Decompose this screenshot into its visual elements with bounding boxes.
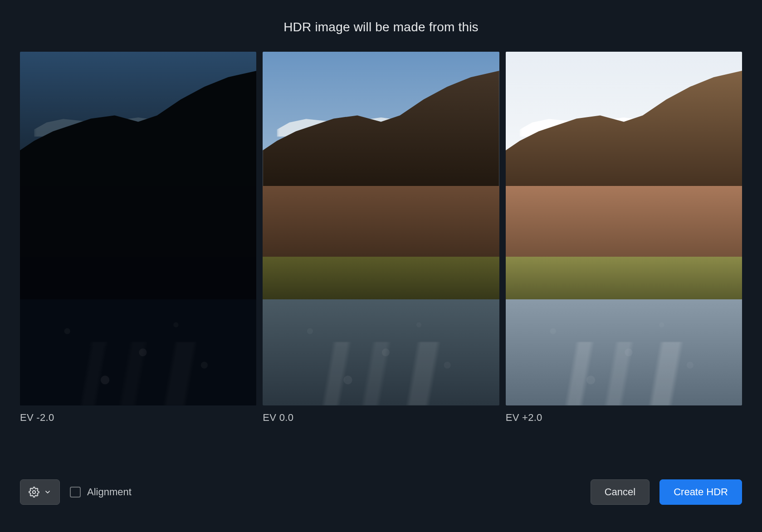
cancel-button[interactable]: Cancel [591,479,650,505]
thumbnail-image [263,52,499,405]
exposure-col: EV 0.0 [263,52,499,467]
gear-icon [29,487,39,498]
alignment-label: Alignment [87,486,132,498]
ev-label: EV +2.0 [506,412,742,424]
dialog-title: HDR image will be made from this [0,0,762,52]
settings-menu-button[interactable] [20,479,60,505]
create-hdr-button[interactable]: Create HDR [659,479,742,505]
exposure-col: EV +2.0 [506,52,742,467]
chevron-down-icon [44,488,51,496]
thumbnail-image [506,52,742,405]
ev-label: EV -2.0 [20,412,256,424]
alignment-checkbox[interactable]: Alignment [70,486,132,498]
exposure-thumbnail[interactable] [263,52,499,405]
dialog-footer: Alignment Cancel Create HDR [0,467,762,532]
exposure-col: EV -2.0 [20,52,256,467]
ev-label: EV 0.0 [263,412,499,424]
exposure-thumbnail[interactable] [20,52,256,405]
thumbnail-image [20,52,256,405]
exposure-thumbnail[interactable] [506,52,742,405]
exposure-strip: EV -2.0 EV 0.0 EV +2.0 [0,52,762,467]
checkbox-box [70,487,81,498]
svg-point-0 [33,491,35,493]
